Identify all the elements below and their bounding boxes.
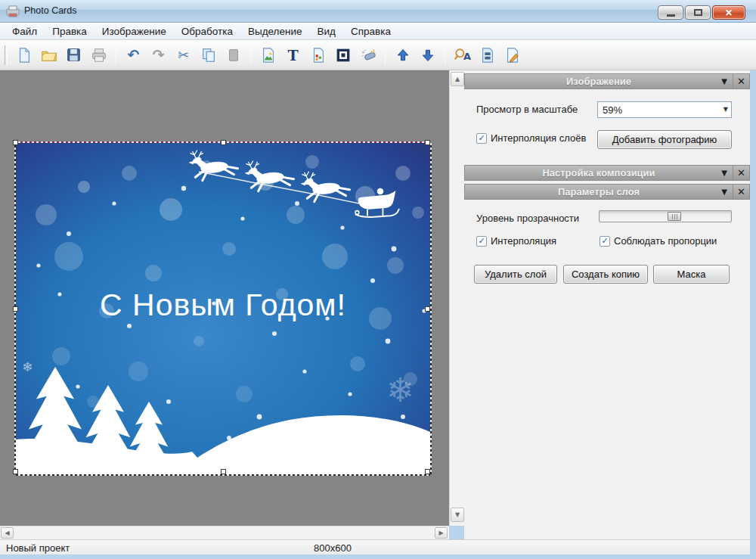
- zoom-scale-select[interactable]: 59% ▼: [597, 101, 732, 118]
- scroll-up-button[interactable]: ▲: [451, 72, 464, 86]
- toolbar: ↶ ↷ ✂ T: [0, 40, 756, 70]
- chevron-down-icon: ▼: [721, 77, 727, 85]
- resize-handle-e[interactable]: [425, 306, 430, 312]
- opacity-slider-thumb[interactable]: [668, 212, 681, 221]
- save-button[interactable]: [62, 44, 85, 67]
- undo-button[interactable]: ↶: [122, 44, 145, 67]
- title-bar: Photo Cards ✕: [0, 0, 756, 23]
- save-floppy-icon: [66, 47, 82, 63]
- font-magnifier-icon: A: [454, 47, 471, 64]
- redo-button[interactable]: ↷: [147, 44, 170, 67]
- selection-border-right: [430, 143, 432, 474]
- keep-proportions-checkbox[interactable]: ✓ Соблюдать пропорции: [600, 235, 717, 247]
- interpolation-layers-checkbox[interactable]: ✓ Интерполяция слоёв: [476, 132, 586, 144]
- toolbar-grip[interactable]: [5, 45, 8, 65]
- interpolation-checkbox[interactable]: ✓ Интерполяция: [476, 235, 556, 247]
- close-icon: ✕: [737, 167, 745, 179]
- delete-layer-button[interactable]: Удалить слой: [474, 265, 557, 284]
- collapse-panel-button[interactable]: ▼: [716, 169, 733, 177]
- arrow-down-icon: ▼: [455, 511, 460, 518]
- close-icon: ✕: [737, 186, 745, 197]
- create-copy-button[interactable]: Создать копию: [563, 265, 648, 284]
- add-photo-button[interactable]: Добавить фотографию: [597, 130, 732, 149]
- close-panel-button[interactable]: ✕: [733, 166, 749, 180]
- menu-image[interactable]: Изображение: [94, 24, 174, 39]
- toolbar-separator: [445, 45, 445, 65]
- resize-handle-s[interactable]: [221, 469, 226, 474]
- cut-button[interactable]: ✂: [172, 44, 195, 67]
- zoom-scale-value: 59%: [603, 104, 622, 116]
- interpolation-label: Интерполяция: [491, 235, 556, 247]
- vertical-scrollbar[interactable]: ▲ ▼: [449, 70, 464, 526]
- open-file-button[interactable]: [37, 44, 60, 67]
- panel-title-layer: Параметры слоя: [482, 186, 716, 197]
- horizontal-scrollbar[interactable]: ◀ ▶: [0, 526, 449, 539]
- svg-text:A: A: [463, 50, 470, 61]
- insert-clipart-button[interactable]: [306, 44, 330, 67]
- toolbar-separator: [250, 45, 251, 65]
- toolbar-separator: [385, 45, 386, 65]
- minimize-button[interactable]: [658, 5, 683, 20]
- scroll-right-button[interactable]: ▶: [435, 527, 448, 539]
- scroll-left-button[interactable]: ◀: [1, 527, 14, 539]
- opacity-slider[interactable]: [599, 210, 732, 222]
- mask-label: Маска: [677, 269, 706, 280]
- move-layer-down-button[interactable]: [416, 44, 439, 67]
- print-icon: [91, 47, 107, 64]
- move-layer-up-button[interactable]: [391, 44, 414, 67]
- app-icon: [6, 5, 20, 17]
- effects-button[interactable]: [356, 44, 380, 67]
- insert-frame-button[interactable]: [331, 44, 355, 67]
- scroll-down-button[interactable]: ▼: [451, 508, 464, 522]
- copy-button[interactable]: [197, 44, 220, 67]
- minimize-icon: [667, 14, 675, 17]
- menu-processing[interactable]: Обработка: [174, 24, 240, 39]
- menu-selection[interactable]: Выделение: [240, 24, 310, 39]
- mask-button[interactable]: Маска: [653, 265, 730, 284]
- close-panel-button[interactable]: ✕: [733, 185, 749, 199]
- collapse-panel-button[interactable]: ▼: [716, 77, 733, 85]
- resize-handle-sw[interactable]: [13, 469, 18, 474]
- resize-handle-n[interactable]: [221, 140, 226, 145]
- close-button[interactable]: ✕: [712, 5, 745, 20]
- status-bar: Новый проект 800x600: [0, 539, 750, 554]
- canvas-workspace[interactable]: С Новым Годом! ❄ ❄: [0, 70, 449, 526]
- menu-help[interactable]: Справка: [343, 24, 398, 39]
- print-button[interactable]: [87, 44, 110, 67]
- close-icon: ✕: [737, 76, 745, 87]
- insert-text-button[interactable]: T: [281, 44, 305, 67]
- canvas-size-status: 800x600: [314, 542, 352, 554]
- menu-bar: Файл Правка Изображение Обработка Выделе…: [0, 23, 756, 40]
- interpolation-layers-label: Интерполяция слоёв: [491, 132, 586, 144]
- checkbox-checked-icon: ✓: [476, 236, 487, 247]
- paste-button[interactable]: [222, 44, 245, 67]
- selection-border-bottom: [16, 474, 430, 476]
- template-document-button[interactable]: [476, 44, 499, 67]
- close-panel-button[interactable]: ✕: [733, 74, 749, 89]
- menu-view[interactable]: Вид: [310, 24, 343, 39]
- cut-icon: ✂: [178, 48, 189, 62]
- insert-image-button[interactable]: [256, 44, 280, 67]
- panel-header-image: Изображение ▼ ✕: [464, 73, 750, 89]
- menu-edit[interactable]: Правка: [45, 24, 94, 39]
- toolbar-separator: [116, 45, 116, 65]
- font-size-button[interactable]: A: [451, 44, 474, 67]
- effects-brush-icon: [360, 47, 376, 64]
- maximize-button[interactable]: [685, 5, 711, 20]
- edit-document-icon: [504, 47, 521, 64]
- thumb-ridge: [672, 214, 673, 219]
- resize-handle-se[interactable]: [425, 469, 430, 474]
- resize-handle-w[interactable]: [13, 306, 18, 312]
- thumb-ridge: [677, 214, 677, 219]
- collapse-panel-button[interactable]: ▼: [716, 188, 733, 196]
- menu-file[interactable]: Файл: [5, 24, 45, 39]
- add-photo-label: Добавить фотографию: [612, 134, 717, 145]
- redo-icon: ↷: [153, 48, 165, 62]
- maximize-icon: [694, 9, 702, 16]
- resize-handle-ne[interactable]: [425, 140, 430, 145]
- right-panel: Изображение ▼ ✕ Просмотр в масштабе 59% …: [464, 70, 750, 554]
- new-document-button[interactable]: [12, 44, 36, 67]
- resize-handle-nw[interactable]: [13, 140, 18, 145]
- edit-template-button[interactable]: [500, 44, 524, 67]
- card-image[interactable]: С Новым Годом! ❄ ❄: [16, 143, 430, 474]
